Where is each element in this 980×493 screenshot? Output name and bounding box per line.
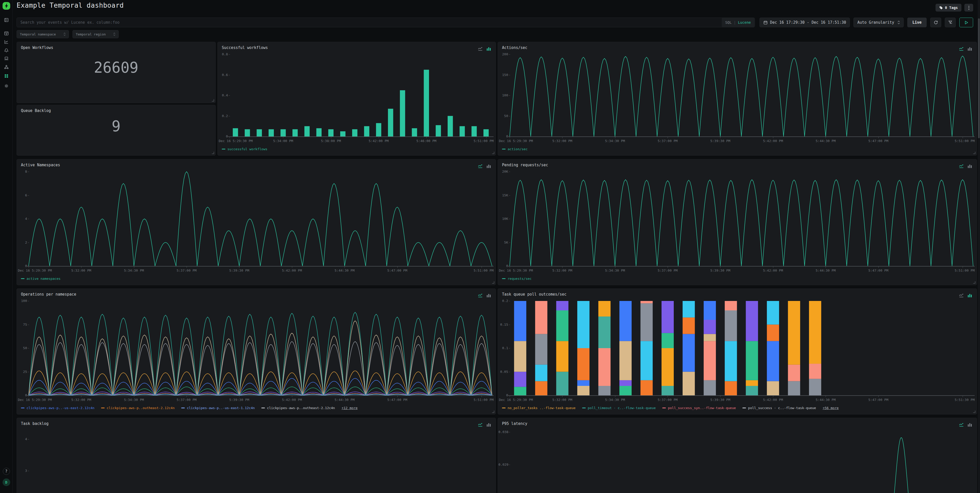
y-axis-tick: 3 bbox=[18, 469, 27, 472]
bar-chart-toggle-icon[interactable] bbox=[967, 422, 973, 428]
bar-chart-toggle-icon[interactable] bbox=[967, 293, 973, 298]
app-logo-icon[interactable] bbox=[2, 2, 11, 10]
panel-active-namespaces[interactable]: Active Namespaces 02468Dec 16 5:29:30 PM… bbox=[17, 159, 496, 285]
x-axis-tick: 5:32:00 PM bbox=[552, 139, 572, 143]
line-chart-toggle-icon[interactable] bbox=[959, 163, 964, 169]
x-axis-tick: Dec 16 5:29:30 PM bbox=[499, 398, 533, 402]
dashboards-grid-icon[interactable] bbox=[2, 72, 11, 80]
date-range-picker[interactable]: Dec 16 17:29:30 - Dec 16 17:51:30 bbox=[759, 17, 850, 27]
hosts-laptop-icon[interactable] bbox=[2, 54, 11, 63]
legend-more-link[interactable]: +12 more bbox=[342, 406, 358, 410]
legend-label: requests/sec bbox=[508, 277, 531, 281]
panel-successful-workflows[interactable]: Successful workflows 00.20.40.60.8Dec 16… bbox=[218, 42, 496, 155]
avatar[interactable]: D bbox=[3, 479, 10, 486]
query-language-toggle[interactable]: SQL | Lucene bbox=[722, 18, 754, 27]
chart-plot[interactable] bbox=[510, 54, 973, 136]
chart-plot[interactable] bbox=[29, 172, 492, 266]
x-axis-tick: 5:51:00 PM bbox=[474, 398, 493, 402]
legend-item[interactable]: no_poller_tasks ..-flow-task-queue bbox=[502, 406, 576, 410]
logs-table-icon[interactable] bbox=[2, 29, 11, 38]
legend-item[interactable]: clickpipes-aws-p..-us-east-2.12c4n bbox=[21, 406, 94, 410]
chart-plot[interactable] bbox=[229, 54, 492, 136]
legend-item[interactable]: clickpipes-aws-p..-us-east-1.12c4n bbox=[181, 406, 255, 410]
legend-dash bbox=[502, 149, 506, 149]
bar-chart-toggle-icon[interactable] bbox=[486, 46, 492, 52]
scrollbar-thumb[interactable] bbox=[978, 18, 980, 138]
line-chart-toggle-icon[interactable] bbox=[959, 422, 964, 428]
panel-task-backlog[interactable]: Task backlog 432 bbox=[17, 418, 496, 493]
live-button[interactable]: Live bbox=[907, 17, 927, 27]
granularity-value: Auto Granularity bbox=[857, 20, 894, 25]
panel-title: Queue Backlog bbox=[21, 108, 51, 113]
line-chart-toggle-icon[interactable] bbox=[959, 46, 964, 52]
legend-item[interactable]: successful workflows bbox=[222, 147, 267, 151]
x-axis-tick: 5:32:00 PM bbox=[71, 269, 91, 273]
x-axis-tick: 5:42:00 PM bbox=[282, 269, 302, 273]
granularity-select[interactable]: Auto Granularity bbox=[853, 17, 904, 27]
x-axis-tick: 5:51:00 PM bbox=[955, 139, 975, 143]
legend-dash bbox=[21, 407, 24, 408]
line-chart-toggle-icon[interactable] bbox=[478, 422, 484, 428]
settings-gear-icon[interactable] bbox=[2, 82, 11, 90]
sql-label[interactable]: SQL bbox=[725, 21, 732, 24]
chart-plot[interactable] bbox=[29, 430, 492, 493]
bar-chart-toggle-icon[interactable] bbox=[967, 46, 973, 52]
tags-button[interactable]: 0 Tags bbox=[935, 4, 961, 11]
chevron-updown-icon bbox=[897, 21, 900, 24]
panel-pending-requests[interactable]: Pending requests/sec 05K10K15K20KDec 16 … bbox=[498, 159, 977, 285]
chart-plot[interactable] bbox=[510, 172, 973, 266]
legend-item[interactable]: clickpipes-aws-p..outheast-2.12c4n bbox=[261, 406, 335, 410]
run-query-button[interactable] bbox=[959, 17, 973, 27]
temporal-region-select[interactable]: Temporal region bbox=[73, 30, 119, 38]
metrics-chart-icon[interactable] bbox=[2, 38, 11, 46]
panel-queue-backlog[interactable]: Queue Backlog 9 bbox=[17, 105, 216, 155]
legend-dash bbox=[742, 407, 746, 408]
temporal-namespace-select[interactable]: Temporal namespace bbox=[17, 30, 69, 38]
legend-more-link[interactable]: +56 more bbox=[822, 406, 838, 410]
bar-chart-toggle-icon[interactable] bbox=[486, 163, 492, 169]
filter-button[interactable] bbox=[945, 17, 956, 27]
line-chart-toggle-icon[interactable] bbox=[478, 163, 484, 169]
page-title: Example Temporal dashboard bbox=[17, 2, 124, 9]
line-chart-toggle-icon[interactable] bbox=[478, 293, 484, 298]
panel-task-queue-poll-outcomes[interactable]: Task queue poll outcomes/sec 00.050.10.1… bbox=[498, 289, 977, 414]
legend-item[interactable]: clickpipes-aws-p..outheast-2.12c4n bbox=[101, 406, 175, 410]
more-menu-button[interactable] bbox=[964, 4, 973, 11]
chevron-updown-icon bbox=[113, 33, 115, 36]
legend-dash bbox=[181, 407, 185, 408]
panel-title: Operations per namespace bbox=[21, 292, 76, 296]
legend-item[interactable]: requests/sec bbox=[502, 277, 531, 281]
lucene-label[interactable]: Lucene bbox=[738, 21, 751, 24]
collapse-sidebar-icon[interactable] bbox=[2, 16, 11, 24]
play-icon bbox=[964, 21, 968, 24]
chart-plot[interactable] bbox=[29, 301, 492, 395]
legend-item[interactable]: action/sec bbox=[502, 147, 528, 151]
bar-chart-toggle-icon[interactable] bbox=[486, 293, 492, 298]
chart-plot[interactable] bbox=[510, 301, 973, 395]
bar-chart-toggle-icon[interactable] bbox=[486, 422, 492, 428]
bar-chart-toggle-icon[interactable] bbox=[967, 163, 973, 169]
alerts-bell-icon[interactable] bbox=[2, 46, 11, 55]
traces-graph-icon[interactable] bbox=[2, 63, 11, 71]
chart-plot[interactable] bbox=[510, 430, 973, 493]
y-axis-tick: 200 bbox=[498, 52, 508, 56]
panel-open-workflows[interactable]: Open Workflows 26609 bbox=[17, 42, 216, 103]
search-input[interactable] bbox=[17, 20, 722, 25]
help-icon[interactable]: ? bbox=[3, 468, 10, 475]
panel-title: Open Workflows bbox=[21, 45, 53, 50]
panel-operations-per-namespace[interactable]: Operations per namespace 0255075100Dec 1… bbox=[17, 289, 496, 414]
legend-item[interactable]: poll_success · c..-flow-task-queue bbox=[742, 406, 816, 410]
page-scrollbar[interactable] bbox=[978, 0, 980, 493]
panel-p95-latency[interactable]: P95 latency 0.0380.0290.019 bbox=[498, 418, 977, 493]
legend-item[interactable]: poll_success_syn..-flow-task-queue bbox=[662, 406, 736, 410]
legend-dash bbox=[502, 407, 506, 408]
line-chart-toggle-icon[interactable] bbox=[478, 46, 484, 52]
refresh-button[interactable] bbox=[930, 17, 941, 27]
legend-item[interactable]: active namespaces bbox=[21, 277, 60, 281]
y-axis-tick: 0 bbox=[498, 393, 508, 397]
legend-item[interactable]: poll_timeout · c..-flow-task-queue bbox=[582, 406, 655, 410]
x-axis bbox=[508, 266, 975, 266]
legend-label: poll_success_syn..-flow-task-queue bbox=[668, 406, 736, 410]
panel-actions-per-sec[interactable]: Actions/sec 050100150200Dec 16 5:29:30 P… bbox=[498, 42, 977, 155]
line-chart-toggle-icon[interactable] bbox=[959, 293, 964, 298]
